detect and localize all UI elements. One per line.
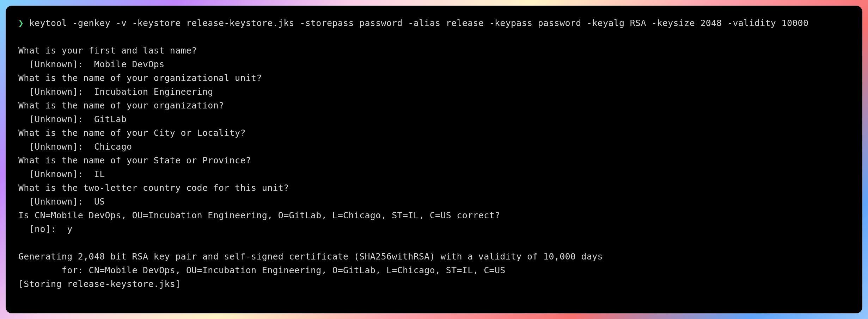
prompt-answer: IL (94, 169, 105, 179)
prompt-question: What is the name of your City or Localit… (18, 126, 850, 140)
prompt-default: [Unknown]: (29, 114, 84, 124)
terminal-window[interactable]: ❯ keytool -genkey -v -keystore release-k… (6, 6, 862, 313)
prompt-symbol: ❯ (18, 18, 24, 28)
prompt-question: What is the name of your organization? (18, 99, 850, 112)
confirm-default: [no]: (29, 224, 56, 234)
output-storing: [Storing release-keystore.jks] (18, 277, 850, 291)
confirm-answer-line: [no]: y (18, 222, 850, 236)
confirm-answer: y (67, 224, 72, 234)
prompt-answer-line: [Unknown]: Incubation Engineering (18, 85, 850, 99)
output-generating: Generating 2,048 bit RSA key pair and se… (18, 250, 850, 263)
prompt-answer: US (94, 196, 105, 207)
blank-line (18, 30, 850, 44)
prompt-answer-line: [Unknown]: US (18, 195, 850, 208)
prompt-answer-line: [Unknown]: Chicago (18, 140, 850, 154)
prompt-default: [Unknown]: (29, 59, 84, 69)
prompt-question: What is the name of your organizational … (18, 71, 850, 85)
blank-line (18, 236, 850, 250)
prompt-answer: Incubation Engineering (94, 87, 213, 97)
prompt-default: [Unknown]: (29, 169, 84, 179)
prompt-answer-line: [Unknown]: IL (18, 167, 850, 181)
prompt-default: [Unknown]: (29, 196, 84, 207)
prompt-answer: Chicago (94, 142, 132, 152)
prompt-default: [Unknown]: (29, 87, 84, 97)
command-text: keytool -genkey -v -keystore release-key… (29, 18, 809, 28)
prompt-answer-line: [Unknown]: GitLab (18, 112, 850, 126)
prompt-answer: GitLab (94, 114, 127, 124)
command-line: ❯ keytool -genkey -v -keystore release-k… (18, 16, 850, 30)
confirm-question: Is CN=Mobile DevOps, OU=Incubation Engin… (18, 208, 850, 222)
prompt-answer-line: [Unknown]: Mobile DevOps (18, 57, 850, 71)
prompt-default: [Unknown]: (29, 142, 84, 152)
prompt-answer: Mobile DevOps (94, 59, 165, 69)
output-for: for: CN=Mobile DevOps, OU=Incubation Eng… (18, 263, 850, 277)
prompt-question: What is the name of your State or Provin… (18, 154, 850, 167)
prompt-question: What is your first and last name? (18, 44, 850, 57)
prompt-question: What is the two-letter country code for … (18, 181, 850, 195)
